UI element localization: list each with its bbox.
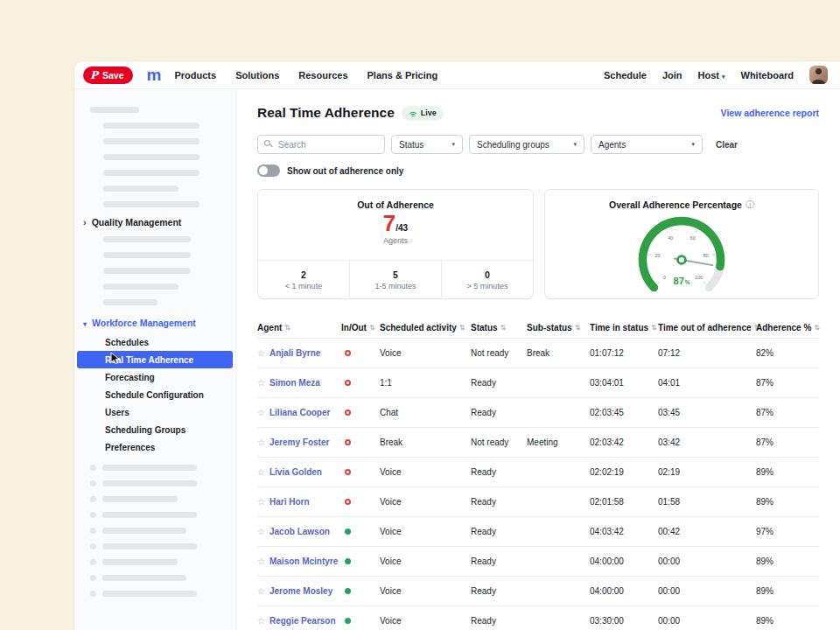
table-row[interactable]: ☆ Anjali Byrne Voice Not ready Break 01:… — [257, 338, 819, 368]
nav-plans-pricing[interactable]: Plans & Pricing — [368, 70, 438, 80]
table-row[interactable]: ☆ Jerome Mosley Voice Ready 04:00:00 00:… — [257, 576, 819, 606]
adherence-percent-cell: 89% — [756, 556, 818, 566]
page-header: Real Time Adherence Live View adherence … — [257, 104, 819, 122]
skeleton-row — [90, 512, 235, 518]
column-header-inout[interactable]: In/Out⇅ — [341, 323, 380, 332]
column-header-adherence-percent[interactable]: Adherence %⇅ — [756, 323, 818, 332]
star-icon[interactable]: ☆ — [257, 438, 265, 447]
time-in-status-cell: 04:00:00 — [590, 586, 658, 596]
scheduling-groups-select[interactable]: Scheduling groups ▾ — [469, 135, 584, 154]
table-row[interactable]: ☆ Jeremy Foster Break Not ready Meeting … — [257, 427, 819, 457]
star-icon[interactable]: ☆ — [257, 527, 265, 536]
wifi-icon — [409, 109, 417, 117]
chevron-right-icon: › — [83, 218, 87, 228]
search-field — [257, 135, 385, 154]
sort-icon[interactable]: ⇅ — [814, 324, 820, 332]
breakdown-value: 0 — [485, 270, 490, 280]
sidebar-item-schedules[interactable]: Schedules — [74, 333, 235, 351]
nav-resources[interactable]: Resources — [298, 70, 347, 80]
star-icon[interactable]: ☆ — [257, 348, 265, 358]
info-icon[interactable]: ⓘ — [746, 200, 754, 209]
skeleton-row — [90, 496, 235, 502]
sidebar-item-schedule-configuration[interactable]: Schedule Configuration — [74, 386, 235, 403]
star-icon[interactable]: ☆ — [257, 467, 265, 477]
star-icon[interactable]: ☆ — [257, 378, 265, 388]
star-icon[interactable]: ☆ — [257, 497, 265, 507]
sort-icon[interactable]: ⇅ — [459, 324, 466, 332]
sidebar-item-label: Real Time Adherence — [105, 355, 193, 365]
time-out-of-adherence-cell: 04:01 — [658, 378, 756, 388]
star-icon[interactable]: ☆ — [257, 616, 265, 626]
star-icon[interactable]: ☆ — [257, 408, 265, 417]
svg-text:100: 100 — [695, 275, 703, 280]
sort-icon[interactable]: ⇅ — [651, 324, 657, 332]
show-out-of-adherence-toggle[interactable] — [257, 164, 280, 177]
view-adherence-report-link[interactable]: View adherence report — [721, 108, 819, 118]
pinterest-save-button[interactable]: P Save — [83, 66, 133, 84]
scheduled-activity-cell: Voice — [380, 586, 471, 596]
nav-products[interactable]: Products — [174, 70, 216, 80]
adherence-percent-cell: 87% — [756, 408, 818, 417]
table-row[interactable]: ☆ Simon Meza 1:1 Ready 03:04:01 04:01 87… — [257, 368, 819, 397]
table-row[interactable]: ☆ Jacob Lawson Voice Ready 04:03:42 00:4… — [257, 516, 819, 546]
time-in-status-cell: 02:03:42 — [590, 438, 658, 447]
agents-select[interactable]: Agents ▾ — [591, 135, 703, 154]
sort-icon[interactable]: ⇅ — [575, 324, 581, 332]
table-row[interactable]: ☆ Liliana Cooper Chat Ready 02:03:45 03:… — [257, 397, 819, 427]
agent-link[interactable]: Jeremy Foster — [270, 438, 329, 447]
sidebar-item-label: Quality Management — [92, 217, 182, 228]
agent-link[interactable]: Simon Meza — [270, 378, 320, 388]
column-header-status[interactable]: Status⇅ — [471, 323, 527, 332]
agent-link[interactable]: Hari Horn — [270, 497, 310, 507]
app-logo[interactable]: m — [147, 66, 161, 83]
nav-schedule[interactable]: Schedule — [604, 70, 647, 80]
nav-whiteboard[interactable]: Whiteboard — [741, 70, 794, 80]
skeleton-bar — [103, 201, 200, 207]
status-cell: Ready — [471, 616, 527, 626]
star-icon[interactable]: ☆ — [257, 556, 265, 566]
table-row[interactable]: ☆ Maison Mcintyre Voice Ready 04:00:00 0… — [257, 546, 819, 576]
sort-icon[interactable]: ⇅ — [284, 324, 290, 332]
svg-text:40: 40 — [668, 235, 673, 241]
status-select[interactable]: Status ▾ — [391, 135, 463, 154]
column-header-scheduled-activity[interactable]: Scheduled activity⇅ — [380, 323, 471, 332]
table-row[interactable]: ☆ Reggie Pearson Voice Ready 03:30:00 00… — [257, 606, 819, 630]
agent-link[interactable]: Liliana Cooper — [270, 408, 330, 417]
skeleton-bar — [103, 236, 191, 242]
avatar[interactable] — [809, 66, 828, 84]
agent-link[interactable]: Reggie Pearson — [270, 616, 336, 626]
skeleton-bar — [90, 107, 139, 113]
sidebar-item-preferences[interactable]: Preferences — [74, 438, 235, 456]
breakdown-label: 1-5 minutes — [374, 282, 416, 290]
agent-link[interactable]: Jerome Mosley — [270, 586, 332, 596]
table-row[interactable]: ☆ Hari Horn Voice Ready 02:01:58 01:58 8… — [257, 486, 819, 516]
sidebar: › Quality Management ▾ Workforce Managem… — [74, 89, 236, 630]
time-out-of-adherence-cell: 00:00 — [658, 586, 756, 596]
sort-icon[interactable]: ⇅ — [369, 324, 375, 332]
sidebar-item-workforce-management[interactable]: ▾ Workforce Management — [83, 318, 235, 330]
table-row[interactable]: ☆ Livia Golden Voice Ready 02:02:19 02:1… — [257, 457, 819, 486]
agent-link[interactable]: Anjali Byrne — [270, 348, 320, 358]
scheduled-activity-cell: 1:1 — [380, 378, 471, 388]
sidebar-item-real-time-adherence[interactable]: Real Time Adherence — [77, 351, 233, 368]
time-out-of-adherence-cell: 07:12 — [658, 348, 756, 358]
clear-filters-button[interactable]: Clear — [716, 140, 738, 150]
column-header-time-out-of-adherence[interactable]: Time out of adherence⇅ — [658, 323, 756, 332]
agent-link[interactable]: Livia Golden — [270, 467, 322, 477]
search-input[interactable] — [257, 135, 385, 154]
nav-join[interactable]: Join — [662, 70, 682, 80]
nav-solutions[interactable]: Solutions — [235, 70, 279, 80]
agent-link[interactable]: Maison Mcintyre — [270, 556, 338, 566]
column-header-time-in-status[interactable]: Time in status⇅ — [590, 323, 658, 332]
agent-link[interactable]: Jacob Lawson — [270, 527, 330, 536]
sort-icon[interactable]: ⇅ — [500, 324, 507, 332]
sidebar-item-users[interactable]: Users — [74, 403, 235, 421]
column-header-agent[interactable]: Agent⇅ — [257, 323, 341, 332]
time-in-status-cell: 02:02:19 — [590, 467, 658, 477]
star-icon[interactable]: ☆ — [257, 586, 265, 596]
sidebar-item-scheduling-groups[interactable]: Scheduling Groups — [74, 421, 235, 438]
sidebar-item-quality-management[interactable]: › Quality Management — [83, 217, 235, 229]
nav-host[interactable]: Host▾ — [698, 70, 725, 80]
sidebar-item-forecasting[interactable]: Forecasting — [74, 368, 235, 386]
column-header-sub-status[interactable]: Sub-status⇅ — [527, 323, 590, 332]
